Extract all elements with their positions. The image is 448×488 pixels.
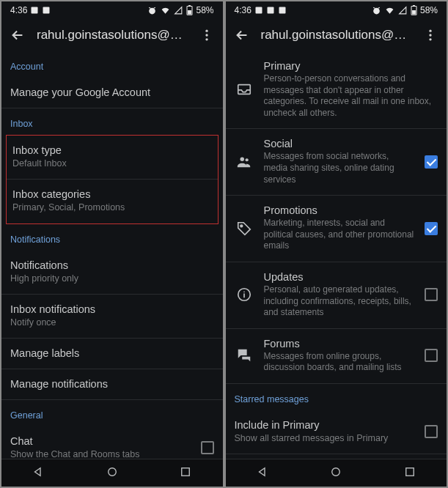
row-inbox-type[interactable]: Inbox type Default Inbox [7, 136, 218, 180]
svg-point-2 [150, 7, 156, 14]
checkbox-forums[interactable] [425, 349, 438, 362]
circle-home-icon [106, 465, 119, 478]
people-icon [236, 154, 252, 170]
row-label: Inbox categories [12, 188, 212, 200]
row-label: Inbox type [12, 144, 212, 156]
overflow-button[interactable] [420, 25, 441, 45]
svg-point-20 [429, 38, 431, 40]
row-label: Inbox notifications [10, 303, 214, 315]
row-label: Chat [10, 435, 195, 447]
wifi-icon [160, 6, 171, 15]
row-label: Forums [264, 338, 415, 350]
svg-point-26 [332, 467, 340, 476]
triangle-back-icon [256, 465, 269, 478]
checkbox-include-primary[interactable] [425, 425, 438, 438]
back-button[interactable] [7, 25, 28, 45]
nav-home[interactable] [106, 465, 119, 481]
section-general: General [1, 400, 223, 426]
more-vert-icon [423, 28, 438, 42]
svg-point-14 [373, 7, 380, 14]
row-manage-labels[interactable]: Manage labels [1, 339, 223, 369]
row-sublabel: Personal, auto generated updates, includ… [264, 284, 415, 319]
app-bar: rahul.goinstasolutions@gmail.... [226, 19, 447, 51]
row-sublabel: Show the Chat and Rooms tabs [10, 448, 195, 459]
nav-recent[interactable] [403, 465, 416, 481]
status-battery: 58% [196, 5, 213, 15]
highlight-box: Inbox type Default Inbox Inbox categorie… [6, 135, 219, 224]
info-icon [236, 286, 252, 303]
back-button[interactable] [232, 25, 252, 45]
status-time: 4:36 [235, 5, 251, 15]
svg-point-8 [205, 38, 208, 40]
nav-recent[interactable] [179, 465, 192, 481]
phone-left: 4:36 58% rahul.goinstasolutions@gmail...… [1, 1, 223, 487]
signal-icon [174, 6, 183, 15]
checkbox-social[interactable] [425, 155, 438, 169]
svg-rect-5 [189, 5, 191, 6]
settings-list: Account Manage your Google Account Inbox… [1, 51, 223, 459]
phone-right: 4:36 58% rahul.goinstasolutions@gmail...… [226, 1, 447, 487]
row-sublabel: Person-to-person conversations and messa… [264, 73, 438, 119]
row-cat-primary[interactable]: Primary Person-to-person conversations a… [226, 51, 447, 129]
triangle-back-icon [32, 465, 45, 478]
app-bar: rahul.goinstasolutions@gmail.... [1, 19, 223, 51]
appbar-title: rahul.goinstasolutions@gmail.... [261, 28, 412, 42]
overflow-button[interactable] [197, 25, 217, 45]
svg-rect-16 [412, 10, 416, 15]
row-sublabel: Notify once [10, 317, 214, 328]
status-bar: 4:36 58% [226, 1, 447, 19]
section-notifications: Notifications [1, 224, 223, 251]
wifi-icon [384, 6, 395, 15]
row-inbox-categories[interactable]: Inbox categories Primary, Social, Promot… [7, 180, 218, 223]
battery-icon [411, 5, 417, 15]
row-label: Manage labels [10, 347, 214, 359]
row-manage-notifications[interactable]: Manage notifications [1, 369, 223, 400]
row-chat[interactable]: Chat Show the Chat and Rooms tabs [1, 426, 223, 459]
row-inbox-notifications[interactable]: Inbox notifications Notify once [1, 295, 223, 339]
row-sublabel: Messages from social networks, media sha… [264, 151, 415, 185]
nav-home[interactable] [329, 465, 342, 481]
section-starred: Starred messages [226, 384, 447, 410]
row-cat-updates[interactable]: Updates Personal, auto generated updates… [226, 262, 447, 329]
battery-icon [186, 5, 193, 15]
nav-back[interactable] [256, 465, 269, 481]
row-cat-forums[interactable]: Forums Messages from online groups, disc… [226, 329, 447, 384]
forum-icon [236, 347, 252, 363]
checkbox-promotions[interactable] [425, 222, 438, 235]
svg-rect-12 [267, 7, 273, 14]
svg-point-23 [245, 158, 248, 161]
svg-point-18 [429, 30, 431, 32]
svg-point-9 [109, 467, 117, 476]
svg-rect-1 [43, 7, 50, 14]
row-cat-promotions[interactable]: Promotions Marketing, interests, social … [226, 196, 447, 262]
status-time: 4:36 [10, 5, 27, 15]
row-cat-social[interactable]: Social Messages from social networks, me… [226, 129, 447, 196]
row-manage-account[interactable]: Manage your Google Account [1, 78, 223, 108]
svg-point-19 [429, 34, 431, 36]
row-label: Manage your Google Account [10, 86, 214, 98]
svg-point-6 [205, 30, 208, 32]
checkbox-updates[interactable] [425, 288, 438, 301]
svg-rect-13 [279, 7, 285, 14]
tag-icon [236, 221, 252, 237]
svg-point-24 [240, 225, 242, 227]
svg-point-7 [205, 34, 208, 36]
appbar-title: rahul.goinstasolutions@gmail.... [37, 28, 188, 42]
row-notifications[interactable]: Notifications High priority only [1, 251, 223, 295]
svg-rect-10 [182, 467, 190, 476]
status-app-icon [266, 6, 275, 15]
signal-icon [398, 6, 408, 15]
nav-back[interactable] [32, 465, 45, 481]
alarm-icon [147, 6, 157, 15]
row-sublabel: Primary, Social, Promotions [12, 202, 212, 213]
checkbox-chat[interactable] [201, 441, 214, 454]
svg-point-22 [240, 157, 244, 161]
status-app-icon [42, 6, 51, 15]
row-label: Primary [264, 60, 438, 72]
row-include-primary[interactable]: Include in Primary Show all starred mess… [226, 410, 447, 454]
inbox-icon [236, 81, 252, 97]
svg-rect-17 [413, 5, 415, 6]
section-inbox: Inbox [1, 108, 223, 135]
row-sublabel: Show all starred messages in Primary [235, 432, 419, 444]
arrow-back-icon [10, 27, 26, 43]
